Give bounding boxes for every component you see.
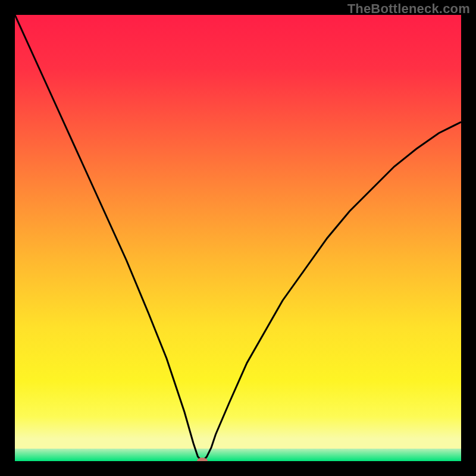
bottleneck-curve [15,15,461,461]
min-marker [197,458,208,461]
curve-svg [15,15,461,461]
brand-watermark: TheBottleneck.com [347,1,470,17]
chart-frame: TheBottleneck.com [0,0,476,476]
plot-area [15,15,461,461]
